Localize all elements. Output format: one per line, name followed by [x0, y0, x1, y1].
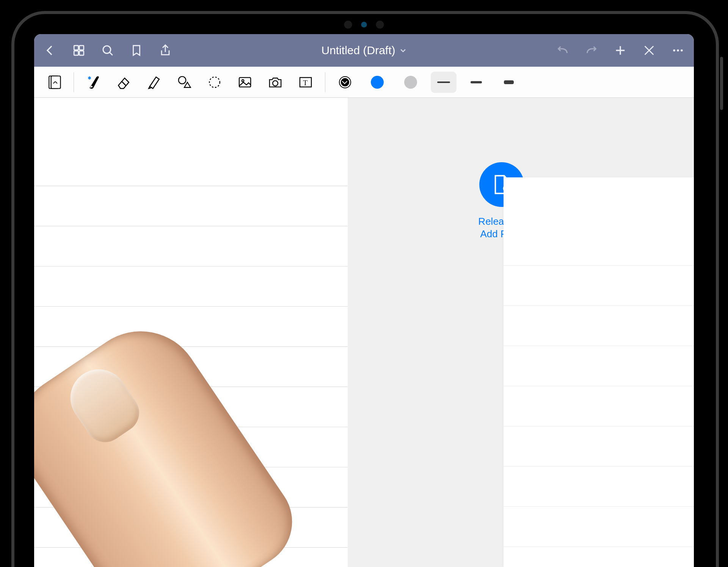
document-title: Untitled (Draft): [321, 44, 395, 57]
eraser-tool[interactable]: [110, 70, 137, 94]
back-button[interactable]: [42, 43, 58, 58]
navbar-right: [555, 43, 686, 58]
more-icon: [672, 44, 684, 57]
svg-rect-3: [79, 51, 83, 55]
text-box-icon: T: [297, 74, 314, 91]
svg-rect-19: [239, 77, 251, 87]
scissors-icon: [643, 44, 656, 57]
svg-point-21: [273, 80, 278, 86]
device-side-button: [720, 57, 723, 110]
more-button[interactable]: [670, 43, 686, 58]
svg-point-11: [677, 49, 679, 52]
add-button[interactable]: [613, 43, 628, 58]
shapes-icon: [176, 74, 193, 91]
color-blue[interactable]: [371, 76, 384, 89]
bookmark-button[interactable]: [129, 43, 144, 58]
lasso-icon: [206, 74, 223, 91]
camera-notch: [311, 19, 417, 31]
add-page-panel: Release to Add Page: [348, 98, 694, 567]
cut-button[interactable]: [642, 43, 657, 58]
svg-point-4: [103, 46, 111, 53]
svg-line-5: [110, 53, 113, 55]
share-icon: [159, 44, 172, 57]
svg-text:T: T: [303, 79, 308, 87]
grid-icon: [72, 44, 85, 57]
search-button[interactable]: [100, 43, 115, 58]
navbar: Untitled (Draft): [34, 34, 694, 67]
svg-point-12: [681, 49, 683, 52]
bookmark-icon: [130, 44, 143, 57]
current-page[interactable]: [34, 98, 348, 567]
text-tool[interactable]: T: [292, 70, 319, 94]
page-template-tool[interactable]: [41, 70, 67, 94]
svg-rect-1: [79, 45, 83, 50]
image-tool[interactable]: [232, 70, 258, 94]
svg-rect-0: [74, 45, 78, 50]
stroke-thick[interactable]: [496, 72, 522, 93]
image-icon: [237, 74, 253, 91]
redo-icon: [585, 44, 598, 57]
svg-point-10: [673, 49, 675, 52]
highlighter-icon: [146, 74, 162, 91]
highlighter-tool[interactable]: [141, 70, 167, 94]
stroke-thin[interactable]: [431, 72, 457, 93]
shapes-tool[interactable]: [171, 70, 198, 94]
camera-icon: [267, 74, 284, 91]
svg-point-20: [242, 80, 244, 82]
back-chevron-icon: [44, 44, 56, 57]
plus-icon: [614, 44, 627, 57]
stroke-medium-icon: [471, 81, 482, 83]
navbar-title-group[interactable]: Untitled (Draft): [177, 44, 551, 57]
stroke-thick-icon: [504, 80, 514, 84]
redo-button[interactable]: [584, 43, 599, 58]
grid-button[interactable]: [71, 43, 86, 58]
color-black[interactable]: [340, 77, 350, 88]
canvas-area[interactable]: Release to Add Page: [34, 98, 694, 567]
toolbar-divider: [325, 72, 325, 92]
pen-icon: ✱: [85, 74, 102, 91]
stroke-medium[interactable]: [463, 72, 489, 93]
toolbar: ✱ T: [34, 67, 694, 98]
svg-line-16: [122, 81, 126, 85]
undo-button[interactable]: [555, 43, 570, 58]
svg-text:✱: ✱: [88, 75, 91, 81]
title-chevron-icon: [399, 44, 407, 57]
toolbar-divider: [74, 72, 74, 92]
svg-rect-2: [74, 51, 78, 55]
next-page-preview: [504, 177, 694, 567]
camera-tool[interactable]: [262, 70, 289, 94]
color-grey[interactable]: [404, 76, 417, 89]
app-screen: Untitled (Draft): [34, 34, 694, 567]
pen-tool[interactable]: ✱: [80, 70, 107, 94]
search-icon: [101, 44, 114, 57]
lasso-tool[interactable]: [201, 70, 228, 94]
svg-point-18: [209, 77, 220, 88]
svg-point-17: [179, 76, 186, 83]
navbar-left: [42, 43, 173, 58]
undo-icon: [556, 44, 569, 57]
eraser-icon: [115, 74, 132, 91]
page-template-icon: [46, 74, 63, 91]
share-button[interactable]: [158, 43, 173, 58]
stroke-thin-icon: [437, 81, 450, 83]
